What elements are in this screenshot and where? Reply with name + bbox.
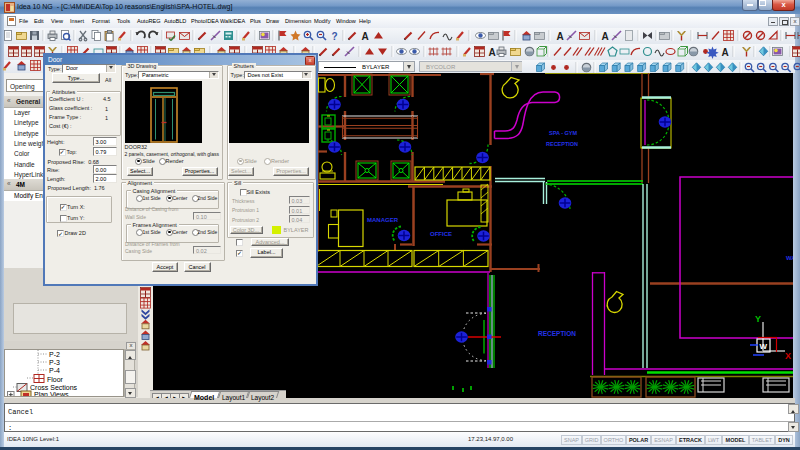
svg-text:P-4: P-4: [49, 367, 60, 374]
svg-text:A: A: [362, 31, 369, 42]
svg-text:OFFICE: OFFICE: [430, 231, 452, 237]
svg-text:Cross Sections: Cross Sections: [30, 384, 78, 391]
svg-text:A: A: [557, 31, 564, 42]
svg-text:WA: WA: [786, 255, 793, 261]
svg-text:Plan Views: Plan Views: [34, 391, 69, 397]
svg-text:P-3: P-3: [49, 359, 60, 366]
svg-text:Y: Y: [755, 314, 761, 324]
svg-text:RECEPTION: RECEPTION: [546, 141, 578, 147]
svg-text:W: W: [760, 342, 768, 351]
svg-text:?: ?: [332, 31, 338, 42]
svg-text:P-2: P-2: [49, 351, 60, 358]
svg-text:SPA - GYM: SPA - GYM: [549, 130, 578, 136]
svg-text:A: A: [602, 31, 609, 42]
svg-text:Floor: Floor: [47, 376, 64, 383]
svg-text:A: A: [722, 47, 729, 58]
svg-text:X: X: [785, 351, 791, 361]
svg-text:MANAGER: MANAGER: [367, 217, 399, 223]
svg-text:RECEPTION: RECEPTION: [538, 330, 576, 337]
svg-text:A: A: [489, 47, 496, 58]
